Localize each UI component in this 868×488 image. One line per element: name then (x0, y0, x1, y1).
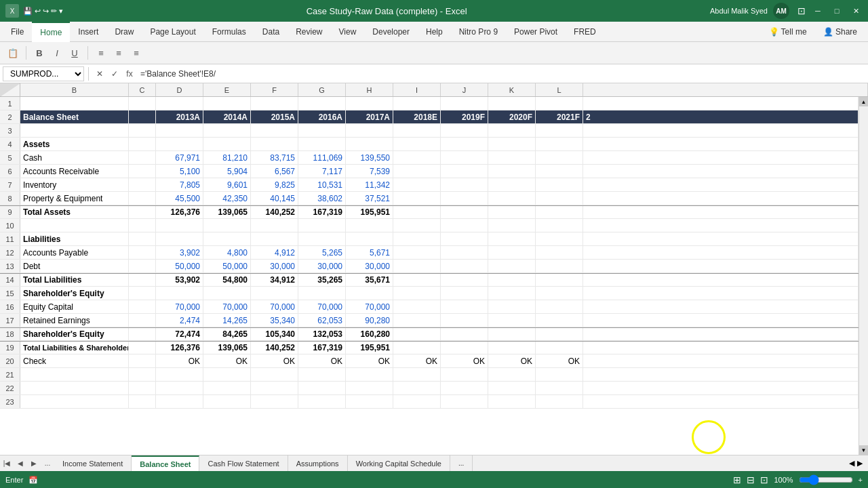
tab-view[interactable]: View (331, 22, 365, 42)
cell-k11[interactable] (488, 232, 536, 245)
cell-g5[interactable]: 111,069 (298, 151, 346, 164)
cell-d20[interactable]: OK (156, 354, 203, 367)
minimize-button[interactable]: ─ (811, 4, 825, 18)
cell-h11[interactable] (346, 232, 393, 245)
cell-f11[interactable] (251, 232, 298, 245)
col-header-m[interactable] (583, 83, 868, 96)
cell-k10[interactable] (488, 219, 536, 232)
cell-k19[interactable] (488, 342, 536, 354)
cell-c19[interactable] (129, 342, 156, 354)
tab-power-pivot[interactable]: Power Pivot (506, 22, 566, 42)
cell-e15[interactable] (203, 287, 251, 300)
confirm-formula-button[interactable]: ✓ (108, 67, 121, 81)
cancel-formula-button[interactable]: ✕ (93, 67, 106, 81)
cell-rest-2[interactable]: 2 (583, 110, 859, 123)
cell-b20[interactable]: Check (20, 354, 129, 367)
cell-g7[interactable]: 10,531 (298, 178, 346, 191)
cell-d4[interactable] (156, 138, 203, 150)
cell-c2[interactable] (129, 110, 156, 123)
cell-i17[interactable] (393, 314, 441, 327)
cell-k6[interactable] (488, 165, 536, 178)
cell-k1[interactable] (488, 97, 536, 110)
cell-i15[interactable] (393, 287, 441, 300)
cell-i23[interactable] (393, 395, 441, 408)
cell-g2[interactable]: 2016A (298, 110, 346, 123)
user-avatar[interactable]: AM (773, 3, 789, 19)
tab-page-layout[interactable]: Page Layout (142, 22, 203, 42)
cell-c3[interactable] (129, 124, 156, 137)
cell-c12[interactable] (129, 246, 156, 259)
zoom-slider[interactable] (799, 474, 853, 485)
cell-k15[interactable] (488, 287, 536, 300)
cell-j18[interactable] (441, 328, 488, 340)
cell-i10[interactable] (393, 219, 441, 232)
sheet-tab-assumptions[interactable]: Assumptions (288, 455, 348, 471)
cell-k12[interactable] (488, 246, 536, 259)
sheet-nav-next[interactable]: ▶ (27, 455, 41, 471)
cell-d7[interactable]: 7,805 (156, 178, 203, 191)
cell-b12[interactable]: Accounts Payable (20, 246, 129, 259)
cell-h5[interactable]: 139,550 (346, 151, 393, 164)
cell-g11[interactable] (298, 232, 346, 245)
cell-j4[interactable] (441, 138, 488, 150)
cell-j7[interactable] (441, 178, 488, 191)
tab-home[interactable]: Home (32, 22, 70, 42)
cell-i6[interactable] (393, 165, 441, 178)
tab-file[interactable]: File (3, 22, 32, 42)
cell-h7[interactable]: 11,342 (346, 178, 393, 191)
cell-g3[interactable] (298, 124, 346, 137)
cell-k17[interactable] (488, 314, 536, 327)
cell-i8[interactable] (393, 192, 441, 205)
cell-i3[interactable] (393, 124, 441, 137)
cell-f21[interactable] (251, 368, 298, 381)
cell-b10[interactable] (20, 219, 129, 232)
col-header-h[interactable]: H (346, 83, 393, 96)
cell-j12[interactable] (441, 246, 488, 259)
cell-b5[interactable]: Cash (20, 151, 129, 164)
cell-f16[interactable]: 70,000 (251, 300, 298, 313)
sheet-tab-cash-flow[interactable]: Cash Flow Statement (199, 455, 288, 471)
cell-g22[interactable] (298, 382, 346, 394)
cell-h22[interactable] (346, 382, 393, 394)
cell-g17[interactable]: 62,053 (298, 314, 346, 327)
cell-c11[interactable] (129, 232, 156, 245)
cell-f23[interactable] (251, 395, 298, 408)
cell-i21[interactable] (393, 368, 441, 381)
tab-help[interactable]: Help (418, 22, 451, 42)
cell-f15[interactable] (251, 287, 298, 300)
cell-e1[interactable] (203, 97, 251, 110)
cell-d23[interactable] (156, 395, 203, 408)
formula-input[interactable] (138, 66, 865, 81)
cell-c10[interactable] (129, 219, 156, 232)
cell-j2[interactable]: 2019F (441, 110, 488, 123)
cell-e16[interactable]: 70,000 (203, 300, 251, 313)
cell-i14[interactable] (393, 274, 441, 286)
paste-button[interactable]: 📋 (5, 45, 20, 60)
cell-e19[interactable]: 139,065 (203, 342, 251, 354)
tab-insert[interactable]: Insert (70, 22, 106, 42)
cell-d2[interactable]: 2013A (156, 110, 203, 123)
cell-g20[interactable]: OK (298, 354, 346, 367)
close-button[interactable]: ✕ (849, 4, 863, 18)
cell-g23[interactable] (298, 395, 346, 408)
cell-j11[interactable] (441, 232, 488, 245)
bold-button[interactable]: B (32, 45, 47, 60)
cell-g18[interactable]: 132,053 (298, 328, 346, 340)
cell-k16[interactable] (488, 300, 536, 313)
cell-f13[interactable]: 30,000 (251, 260, 298, 272)
cell-f10[interactable] (251, 219, 298, 232)
cell-k20[interactable]: OK (488, 354, 536, 367)
cell-l3[interactable] (536, 124, 583, 137)
cell-l2[interactable]: 2021F (536, 110, 583, 123)
cell-d3[interactable] (156, 124, 203, 137)
cell-k14[interactable] (488, 274, 536, 286)
cell-g9[interactable]: 167,319 (298, 206, 346, 218)
cell-e5[interactable]: 81,210 (203, 151, 251, 164)
cell-h15[interactable] (346, 287, 393, 300)
cell-l13[interactable] (536, 260, 583, 272)
cell-c8[interactable] (129, 192, 156, 205)
cell-k7[interactable] (488, 178, 536, 191)
cell-j16[interactable] (441, 300, 488, 313)
cell-j22[interactable] (441, 382, 488, 394)
cell-j13[interactable] (441, 260, 488, 272)
